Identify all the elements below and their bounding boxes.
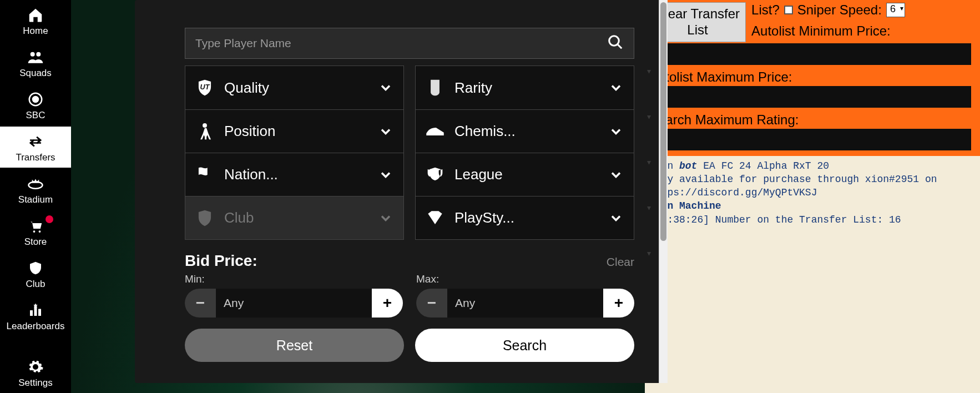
- card-icon: [423, 76, 447, 99]
- nav-transfers[interactable]: Transfers: [0, 127, 71, 168]
- autolist-max-label: Autolist Maximum Price:: [649, 69, 976, 85]
- reset-button[interactable]: Reset: [185, 329, 404, 362]
- nav-label: Transfers: [16, 152, 55, 163]
- bid-min-value[interactable]: Any: [216, 296, 372, 310]
- nav-label: SBC: [26, 110, 46, 121]
- nav-label: Home: [23, 26, 48, 37]
- store-badge-icon: [46, 215, 53, 223]
- autolist-max-input[interactable]: [649, 86, 971, 108]
- nav-squads[interactable]: Squads: [0, 42, 71, 83]
- nav-home[interactable]: Home: [0, 0, 71, 41]
- nav-leaderboards[interactable]: Leaderboards: [0, 295, 71, 336]
- nav-label: Leaderboards: [7, 321, 65, 332]
- svg-point-3: [33, 97, 38, 102]
- filter-column-right: Rarity Chemis...: [415, 66, 634, 240]
- filter-label: Position: [224, 123, 370, 140]
- nav-club[interactable]: Club: [0, 253, 71, 294]
- bid-max-label: Max:: [416, 273, 634, 285]
- filter-label: Club: [224, 209, 370, 226]
- home-icon: [26, 6, 45, 24]
- svg-line-13: [618, 44, 622, 49]
- nav-label: Stadium: [18, 194, 53, 205]
- scrollbar[interactable]: [659, 0, 668, 383]
- plus-button[interactable]: +: [603, 289, 634, 318]
- filter-label: Quality: [224, 79, 370, 97]
- filter-club: Club: [185, 196, 403, 239]
- bid-max-value[interactable]: Any: [447, 296, 603, 310]
- filter-label: Chemis...: [454, 123, 600, 140]
- bid-title: Bid Price:: [185, 252, 257, 270]
- bid-clear-link[interactable]: Clear: [607, 255, 634, 269]
- bid-price-section: Bid Price: Clear Min: − Any +: [185, 252, 634, 318]
- svg-point-0: [31, 52, 35, 57]
- scroll-carets: ▾▾▾▾▾: [647, 67, 651, 258]
- transfer-search-panel: ▾▾▾▾▾ UT Quality: [135, 0, 668, 383]
- club-icon: [26, 259, 45, 278]
- bid-max-stepper: − Any +: [416, 289, 634, 318]
- svg-rect-7: [30, 310, 33, 316]
- nav-store[interactable]: Store: [0, 211, 71, 252]
- chevron-down-icon: [608, 80, 624, 95]
- filter-label: Nation...: [224, 166, 370, 183]
- nav-sbc[interactable]: SBC: [0, 84, 71, 125]
- chevron-down-icon: [378, 124, 393, 139]
- filter-label: PlaySty...: [454, 209, 600, 226]
- shield-ut-icon: UT: [193, 76, 216, 99]
- plus-button[interactable]: +: [372, 289, 403, 318]
- bot-panel: Clear Transfer List List? Sniper Speed: …: [645, 0, 980, 393]
- minus-button[interactable]: −: [185, 289, 216, 318]
- league-icon: [423, 163, 447, 187]
- filter-nationality[interactable]: Nation...: [185, 153, 403, 196]
- player-icon: [193, 120, 216, 143]
- nav-settings[interactable]: Settings: [0, 352, 71, 393]
- stadium-icon: [26, 174, 45, 193]
- sidebar-nav: Home Squads SBC Transfers Stadium: [0, 0, 71, 393]
- max-rating-input[interactable]: [649, 129, 971, 150]
- chevron-down-icon: [378, 80, 393, 95]
- filter-position[interactable]: Position: [185, 109, 403, 153]
- filter-league[interactable]: League: [416, 153, 634, 196]
- main-area: ▾▾▾▾▾ UT Quality: [71, 0, 645, 393]
- player-name-input[interactable]: [195, 37, 607, 50]
- filter-chemistry[interactable]: Chemis...: [416, 109, 634, 153]
- filter-quality[interactable]: UT Quality: [185, 66, 403, 109]
- sniper-speed-select[interactable]: 6: [886, 3, 905, 17]
- svg-point-6: [39, 230, 41, 233]
- filter-column-left: UT Quality Position: [185, 66, 404, 240]
- svg-point-17: [204, 170, 206, 172]
- minus-button[interactable]: −: [416, 289, 447, 318]
- svg-point-18: [203, 172, 204, 174]
- svg-point-16: [200, 169, 202, 170]
- gear-icon: [26, 357, 45, 376]
- nav-label: Store: [24, 236, 47, 248]
- svg-point-15: [203, 123, 207, 127]
- player-search-row: [185, 28, 634, 59]
- list-checkbox[interactable]: [784, 6, 793, 14]
- filter-playstyle[interactable]: PlaySty...: [416, 196, 634, 239]
- chevron-down-icon: [378, 167, 393, 183]
- search-button[interactable]: Search: [415, 329, 634, 362]
- leaderboards-icon: [26, 301, 45, 320]
- sbc-icon: [26, 90, 45, 109]
- list-label: List?: [751, 2, 780, 18]
- svg-text:UT: UT: [200, 83, 210, 91]
- nav-label: Settings: [18, 377, 52, 389]
- shield-icon: [193, 206, 216, 230]
- chevron-down-icon: [378, 210, 393, 226]
- flag-icon: [193, 163, 216, 187]
- filter-rarity[interactable]: Rarity: [416, 66, 634, 109]
- scrollbar-thumb[interactable]: [660, 2, 666, 241]
- search-icon[interactable]: [607, 34, 624, 53]
- svg-point-12: [609, 36, 619, 46]
- nav-label: Club: [26, 279, 46, 290]
- autolist-min-input[interactable]: [649, 43, 971, 65]
- bid-min-stepper: − Any +: [185, 289, 403, 318]
- nav-stadium[interactable]: Stadium: [0, 169, 71, 210]
- svg-rect-9: [38, 309, 41, 316]
- filter-label: League: [454, 166, 600, 183]
- bid-min-label: Min:: [185, 273, 403, 285]
- chevron-down-icon: [608, 124, 624, 139]
- diamond-icon: [423, 206, 447, 230]
- nav-label: Squads: [19, 68, 52, 79]
- max-rating-label: Search Maximum Rating:: [649, 112, 976, 128]
